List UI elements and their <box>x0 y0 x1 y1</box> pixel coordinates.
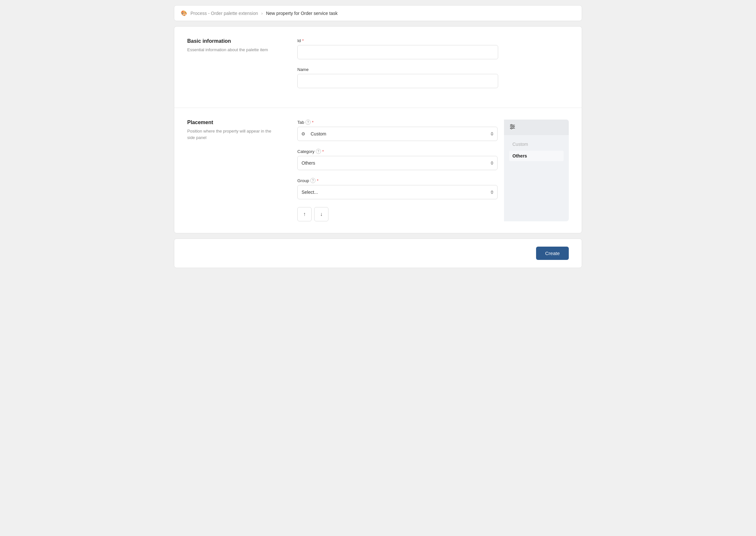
id-required: * <box>302 38 304 43</box>
category-required: * <box>322 149 324 154</box>
preview-others-item[interactable]: Others <box>509 151 564 161</box>
tab-field-group: Tab ? * ⚙ Custom <box>297 119 497 141</box>
id-field-group: Id * <box>297 38 569 59</box>
preview-tab-icon <box>509 123 516 131</box>
tab-required: * <box>312 120 314 125</box>
category-help-icon[interactable]: ? <box>316 149 321 154</box>
tab-label: Tab ? * <box>297 119 497 125</box>
preview-tab-bar <box>504 119 569 135</box>
category-field-group: Category ? * Others <box>297 149 497 170</box>
name-label: Name <box>297 67 569 72</box>
category-label: Category ? * <box>297 149 497 154</box>
main-card: Basic information Essential information … <box>174 26 582 233</box>
preview-category-list: Custom Others <box>504 135 569 165</box>
arrow-down-button[interactable]: ↓ <box>314 207 329 221</box>
tab-select[interactable]: Custom <box>297 127 497 141</box>
arrow-buttons: ↑ ↓ <box>297 207 497 221</box>
placement-desc: Position where the property will appear … <box>187 128 278 141</box>
id-label: Id * <box>297 38 569 43</box>
basic-info-desc: Essential information about the palette … <box>187 47 278 53</box>
section-right-basic: Id * Name <box>297 38 569 96</box>
name-field-group: Name <box>297 67 569 88</box>
group-select[interactable]: Select... <box>297 185 497 199</box>
footer-card: Create <box>174 239 582 268</box>
id-input[interactable] <box>297 45 498 59</box>
svg-point-3 <box>511 124 512 126</box>
arrow-up-button[interactable]: ↑ <box>297 207 312 221</box>
palette-icon: 🎨 <box>181 10 187 16</box>
placement-section: Placement Position where the property wi… <box>174 108 582 233</box>
placement-form: Tab ? * ⚙ Custom <box>297 119 497 221</box>
section-left-basic: Basic information Essential information … <box>187 38 278 96</box>
svg-point-5 <box>511 128 512 129</box>
group-select-wrapper: Select... <box>297 185 497 199</box>
svg-point-4 <box>513 126 514 127</box>
breadcrumb-link[interactable]: Process - Order palette extension <box>190 11 258 16</box>
group-required: * <box>317 178 318 183</box>
create-button[interactable]: Create <box>536 247 569 260</box>
preview-custom-item[interactable]: Custom <box>509 139 564 150</box>
tab-select-wrapper: ⚙ Custom <box>297 127 497 141</box>
tab-help-icon[interactable]: ? <box>305 119 311 125</box>
group-help-icon[interactable]: ? <box>310 178 315 183</box>
section-left-placement: Placement Position where the property wi… <box>187 119 278 221</box>
group-field-group: Group ? * Select... <box>297 178 497 199</box>
group-label: Group ? * <box>297 178 497 183</box>
category-select[interactable]: Others <box>297 156 497 170</box>
placement-title: Placement <box>187 119 278 125</box>
category-select-wrapper: Others <box>297 156 497 170</box>
breadcrumb-current: New property for Order service task <box>266 11 337 16</box>
breadcrumb-separator: › <box>261 11 263 16</box>
placement-right: Tab ? * ⚙ Custom <box>297 119 569 221</box>
preview-panel: Custom Others <box>504 119 569 221</box>
basic-info-title: Basic information <box>187 38 278 44</box>
breadcrumb: 🎨 Process - Order palette extension › Ne… <box>174 5 582 21</box>
basic-info-section: Basic information Essential information … <box>174 27 582 108</box>
name-input[interactable] <box>297 74 498 88</box>
